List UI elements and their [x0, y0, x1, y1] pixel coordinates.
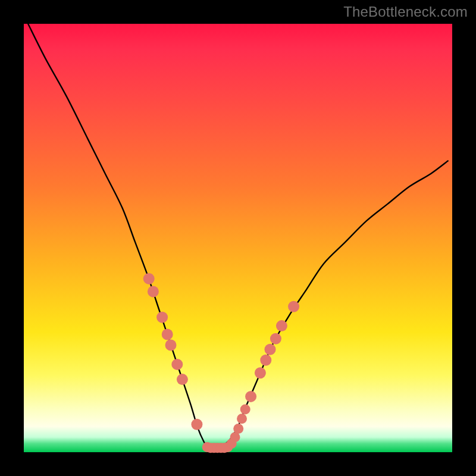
bottleneck-curve	[28, 24, 448, 449]
plot-area	[24, 24, 452, 452]
data-point	[255, 367, 266, 378]
markers-right-cluster	[245, 301, 299, 402]
data-point	[240, 405, 250, 415]
data-point	[177, 374, 188, 385]
data-point	[237, 414, 247, 424]
data-point	[162, 329, 173, 340]
data-point	[245, 391, 256, 402]
chart-svg	[24, 24, 452, 452]
data-point	[171, 359, 183, 370]
markers-bottom-cluster	[202, 405, 250, 453]
watermark-text: TheBottleneck.com	[343, 4, 468, 20]
data-point	[191, 419, 202, 430]
curve-line	[28, 24, 448, 449]
data-point	[260, 355, 271, 366]
data-point	[270, 333, 281, 345]
data-point	[156, 312, 168, 323]
data-point	[148, 286, 159, 298]
data-point	[265, 344, 276, 355]
data-point	[233, 424, 243, 434]
chart-frame: TheBottleneck.com	[0, 0, 476, 476]
data-point	[165, 340, 177, 351]
data-point	[276, 320, 287, 331]
data-point	[143, 273, 155, 284]
data-point	[288, 301, 299, 312]
